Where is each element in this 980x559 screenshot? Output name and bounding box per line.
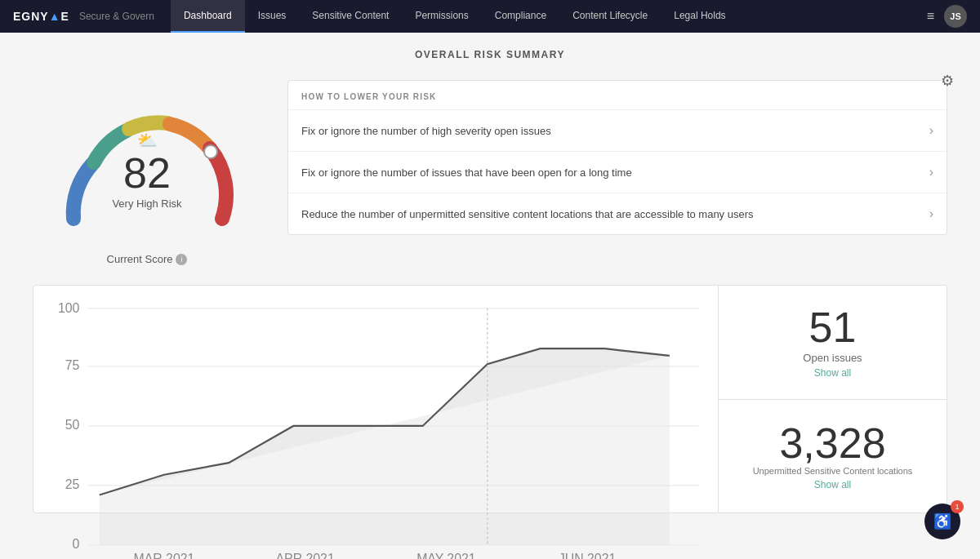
sensitive-content-number: 3,328 (779, 422, 885, 464)
risk-chart: 100 75 50 25 0 MAR 2021 APR 2021 MAY 202… (47, 299, 705, 559)
chevron-right-icon-3: › (929, 206, 933, 221)
sensitive-content-block: 3,328 Unpermitted Sensitive Content loca… (719, 400, 947, 513)
settings-icon[interactable]: ⚙ (941, 72, 954, 90)
risk-item-3[interactable]: Reduce the number of unpermitted sensiti… (288, 193, 947, 234)
svg-text:25: 25 (65, 477, 80, 491)
open-issues-label: Open issues (803, 352, 862, 364)
risk-item-1[interactable]: Fix or ignore the number of high severit… (288, 110, 947, 152)
svg-text:75: 75 (65, 358, 80, 372)
notification-badge: 1 (951, 500, 964, 513)
chart-area: 100 75 50 25 0 MAR 2021 APR 2021 MAY 202… (47, 299, 705, 559)
hamburger-menu-icon[interactable]: ≡ (927, 9, 934, 24)
risk-level-label: Very High Risk (112, 197, 181, 210)
tab-issues[interactable]: Issues (245, 0, 300, 33)
open-issues-show-all-link[interactable]: Show all (814, 367, 851, 379)
risk-score: 82 (123, 149, 171, 197)
nav-tabs: Dashboard Issues Sensitive Content Permi… (171, 0, 927, 33)
svg-text:JUN 2021: JUN 2021 (559, 551, 616, 559)
sensitive-content-label: Unpermitted Sensitive Content locations (753, 466, 913, 476)
stats-panel: 51 Open issues Show all 3,328 Unpermitte… (719, 285, 947, 513)
svg-text:APR 2021: APR 2021 (276, 551, 335, 559)
user-avatar[interactable]: JS (944, 5, 967, 28)
chart-container: 100 75 50 25 0 MAR 2021 APR 2021 MAY 202… (33, 285, 719, 513)
svg-marker-16 (100, 348, 670, 544)
bottom-section: 100 75 50 25 0 MAR 2021 APR 2021 MAY 202… (33, 285, 947, 513)
tab-content-lifecycle[interactable]: Content Lifecycle (559, 0, 661, 33)
page-title: OVERALL RISK SUMMARY (33, 49, 947, 60)
gauge-center: ⛅ 82 Very High Risk (112, 131, 181, 210)
app-logo: EGNY▲E (13, 10, 69, 23)
risk-item-text-1: Fix or ignore the number of high severit… (301, 125, 929, 137)
current-score-label: Current Score i (107, 253, 188, 265)
svg-text:50: 50 (65, 418, 80, 432)
top-section: ⛅ 82 Very High Risk Current Score i HOW … (33, 80, 947, 265)
nav-subtitle: Secure & Govern (79, 11, 154, 22)
svg-point-0 (204, 145, 217, 158)
svg-text:100: 100 (58, 301, 80, 315)
tab-dashboard[interactable]: Dashboard (171, 0, 245, 33)
info-icon[interactable]: i (176, 254, 187, 265)
cloud-icon: ⛅ (112, 131, 181, 150)
nav-right-controls: ≡ JS (927, 5, 967, 28)
sensitive-content-show-all-link[interactable]: Show all (814, 479, 851, 490)
tab-compliance[interactable]: Compliance (482, 0, 559, 33)
open-issues-number: 51 (809, 306, 857, 348)
tab-sensitive-content[interactable]: Sensitive Content (299, 0, 402, 33)
open-issues-block: 51 Open issues Show all (719, 286, 947, 400)
tab-legal-holds[interactable]: Legal Holds (661, 0, 738, 33)
risk-item-text-2: Fix or ignore the number of issues that … (301, 166, 929, 179)
accessibility-button[interactable]: 1 ♿ (924, 504, 960, 539)
main-content: OVERALL RISK SUMMARY ⚙ (0, 33, 980, 559)
svg-text:MAY 2021: MAY 2021 (416, 551, 476, 559)
tab-permissions[interactable]: Permissions (402, 0, 481, 33)
risk-panel: HOW TO LOWER YOUR RISK Fix or ignore the… (287, 80, 947, 235)
svg-text:MAR 2021: MAR 2021 (134, 551, 195, 559)
risk-item-text-3: Reduce the number of unpermitted sensiti… (301, 208, 929, 220)
chevron-right-icon-2: › (929, 165, 933, 180)
gauge-container: ⛅ 82 Very High Risk Current Score i (33, 80, 261, 265)
svg-text:0: 0 (72, 537, 79, 551)
risk-panel-header: HOW TO LOWER YOUR RISK (288, 81, 947, 110)
top-navigation: EGNY▲E Secure & Govern Dashboard Issues … (0, 0, 980, 33)
risk-item-2[interactable]: Fix or ignore the number of issues that … (288, 152, 947, 193)
gauge-wrapper: ⛅ 82 Very High Risk (41, 80, 253, 243)
chevron-right-icon-1: › (929, 123, 933, 138)
